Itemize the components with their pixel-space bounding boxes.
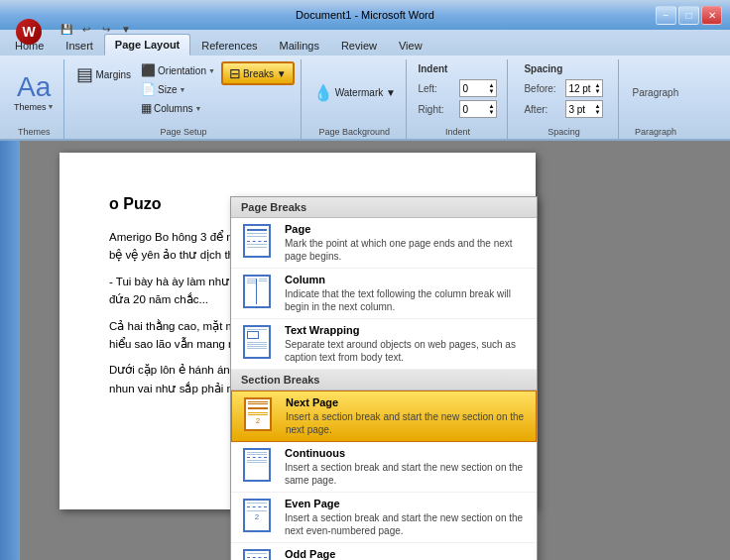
redo-qa-btn[interactable]: ↪ bbox=[97, 20, 115, 38]
themes-group: Aa Themes ▼ Themes bbox=[4, 59, 64, 139]
themes-button[interactable]: Aa Themes ▼ bbox=[10, 71, 58, 114]
size-icon: 📄 bbox=[141, 82, 156, 96]
paragraph-group-label: Paragraph bbox=[621, 127, 690, 137]
themes-label: Themes bbox=[14, 102, 47, 112]
size-arrow: ▼ bbox=[179, 86, 185, 93]
dropdown-qa-btn[interactable]: ▼ bbox=[117, 20, 135, 38]
breaks-dropdown-menu[interactable]: Page Breaks Page Mark the point at which… bbox=[230, 196, 538, 560]
tab-view[interactable]: View bbox=[388, 34, 433, 56]
columns-button[interactable]: ▦ Columns ▼ bbox=[137, 99, 219, 117]
indent-right-arrows[interactable]: ▲▼ bbox=[488, 103, 494, 115]
indent-left-value: 0 bbox=[462, 83, 468, 94]
watermark-icon: 💧 bbox=[313, 83, 333, 102]
columns-label: Columns bbox=[154, 103, 192, 114]
indent-group-label: Indent bbox=[409, 127, 507, 137]
document-area: o Puzo Amerigo Bo hông 3 để nghe công lý… bbox=[0, 141, 730, 560]
margins-button[interactable]: ▤ Margins bbox=[72, 61, 135, 87]
orientation-arrow: ▼ bbox=[208, 67, 215, 74]
ribbon: Home Insert Page Layout References Maili… bbox=[0, 30, 730, 141]
maximize-button[interactable]: □ bbox=[678, 6, 699, 25]
office-button[interactable]: W bbox=[16, 19, 42, 45]
menu-item-continuous[interactable]: Continuous Insert a section break and st… bbox=[231, 442, 537, 493]
next-page-item-title: Next Page bbox=[286, 396, 528, 408]
watermark-button[interactable]: 💧 Watermark ▼ bbox=[309, 81, 400, 104]
menu-item-page[interactable]: Page Mark the point at which one page en… bbox=[231, 218, 537, 269]
column-item-title: Column bbox=[285, 274, 529, 285]
menu-item-column[interactable]: Column Indicate that the text following … bbox=[231, 269, 537, 319]
indent-group: Indent Left: 0 ▲▼ Right: 0 ▲▼ Indent bbox=[409, 59, 508, 139]
spacing-group: Spacing Before: 12 pt ▲▼ After: 3 pt ▲▼ bbox=[510, 59, 619, 139]
window-controls: − □ ✕ bbox=[656, 6, 722, 25]
spacing-before-label: Before: bbox=[524, 83, 561, 94]
close-button[interactable]: ✕ bbox=[701, 6, 722, 25]
orientation-icon: ⬛ bbox=[141, 63, 156, 77]
tab-review[interactable]: Review bbox=[330, 34, 388, 56]
menu-item-odd-page-text: Odd Page Insert a section break and star… bbox=[285, 548, 529, 560]
menu-item-odd-page[interactable]: Odd Page Insert a section break and star… bbox=[231, 543, 537, 560]
orientation-button[interactable]: ⬛ Orientation ▼ bbox=[137, 61, 219, 79]
tab-mailings[interactable]: Mailings bbox=[269, 34, 330, 56]
indent-left-label: Left: bbox=[418, 83, 455, 94]
themes-group-label: Themes bbox=[4, 127, 63, 137]
size-button[interactable]: 📄 Size ▼ bbox=[137, 80, 219, 98]
spacing-after-arrows[interactable]: ▲▼ bbox=[594, 103, 600, 115]
continuous-item-desc: Insert a section break and start the new… bbox=[285, 461, 529, 487]
margins-label: Margins bbox=[95, 69, 131, 80]
page-background-group: 💧 Watermark ▼ Page Background bbox=[304, 59, 407, 139]
indent-right-label: Right: bbox=[418, 104, 455, 115]
text-wrapping-item-desc: Separate text around objects on web page… bbox=[285, 338, 529, 364]
menu-item-next-page[interactable]: 2 Next Page Insert a section break and s… bbox=[231, 391, 537, 442]
column-break-icon bbox=[239, 274, 275, 309]
odd-page-break-icon bbox=[239, 548, 275, 560]
odd-page-item-title: Odd Page bbox=[285, 548, 529, 560]
menu-item-even-page-text: Even Page Insert a section break and sta… bbox=[285, 498, 529, 537]
page-break-icon bbox=[239, 223, 275, 259]
menu-item-text-wrapping[interactable]: Text Wrapping Separate text around objec… bbox=[231, 319, 537, 370]
orientation-label: Orientation bbox=[158, 65, 206, 76]
next-page-item-desc: Insert a section break and start the new… bbox=[286, 410, 528, 436]
indent-right-spinner[interactable]: 0 ▲▼ bbox=[459, 100, 497, 118]
spacing-before-spinner[interactable]: 12 pt ▲▼ bbox=[565, 79, 603, 97]
undo-qa-btn[interactable]: ↩ bbox=[77, 20, 95, 38]
continuous-item-title: Continuous bbox=[285, 447, 529, 459]
paragraph-group: Paragraph Paragraph bbox=[621, 59, 690, 139]
breaks-button[interactable]: ⊟ Breaks ▼ bbox=[221, 61, 295, 85]
even-page-item-desc: Insert a section break and start the new… bbox=[285, 511, 529, 537]
themes-dropdown-arrow: ▼ bbox=[48, 103, 55, 110]
page-setup-group: ▤ Margins ⬛ Orientation ▼ 📄 Size ▼ bbox=[66, 59, 301, 139]
quick-access-toolbar: 💾 ↩ ↪ ▼ bbox=[58, 20, 135, 38]
text-wrapping-icon bbox=[239, 324, 275, 360]
title-bar: W 💾 ↩ ↪ ▼ Document1 - Microsoft Word − □… bbox=[0, 0, 730, 30]
spacing-after-label: After: bbox=[524, 104, 561, 115]
menu-item-text-wrapping-text: Text Wrapping Separate text around objec… bbox=[285, 324, 529, 364]
save-qa-btn[interactable]: 💾 bbox=[58, 20, 75, 38]
themes-icon: Aa bbox=[17, 73, 51, 101]
menu-item-page-text: Page Mark the point at which one page en… bbox=[285, 223, 529, 263]
columns-icon: ▦ bbox=[141, 101, 152, 115]
tab-references[interactable]: References bbox=[190, 34, 268, 56]
even-page-break-icon: 2 bbox=[239, 498, 275, 533]
minimize-button[interactable]: − bbox=[656, 6, 676, 25]
menu-item-continuous-text: Continuous Insert a section break and st… bbox=[285, 447, 529, 487]
spacing-after-spinner[interactable]: 3 pt ▲▼ bbox=[565, 100, 603, 118]
window-title: Document1 - Microsoft Word bbox=[296, 9, 434, 21]
orientation-col: ⬛ Orientation ▼ 📄 Size ▼ ▦ Columns ▼ bbox=[137, 61, 219, 117]
breaks-icon: ⊟ bbox=[229, 65, 241, 81]
page-background-group-label: Page Background bbox=[304, 127, 406, 137]
spacing-before-arrows[interactable]: ▲▼ bbox=[594, 82, 600, 94]
indent-right-value: 0 bbox=[462, 104, 468, 115]
next-page-break-icon: 2 bbox=[240, 396, 276, 432]
indent-left-arrows[interactable]: ▲▼ bbox=[488, 82, 494, 94]
column-item-desc: Indicate that the text following the col… bbox=[285, 287, 529, 313]
spacing-after-value: 3 pt bbox=[568, 104, 585, 115]
left-strip bbox=[0, 141, 20, 560]
continuous-break-icon bbox=[239, 447, 275, 483]
indent-left-spinner[interactable]: 0 ▲▼ bbox=[459, 79, 497, 97]
menu-item-next-page-text: Next Page Insert a section break and sta… bbox=[286, 396, 528, 436]
text-wrapping-item-title: Text Wrapping bbox=[285, 324, 529, 336]
menu-item-even-page[interactable]: 2 Even Page Insert a section break and s… bbox=[231, 493, 537, 543]
page-setup-group-label: Page Setup bbox=[66, 127, 300, 137]
spacing-group-label: Spacing bbox=[510, 127, 618, 137]
spacing-before-value: 12 pt bbox=[568, 83, 590, 94]
page-item-desc: Mark the point at which one page ends an… bbox=[285, 237, 529, 263]
